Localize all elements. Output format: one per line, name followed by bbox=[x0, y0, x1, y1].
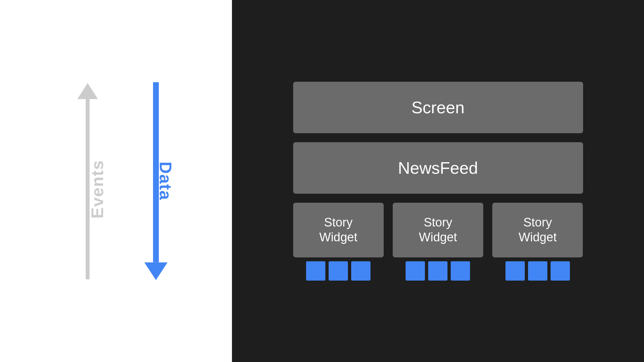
story-widget-column-1: StoryWidget bbox=[293, 203, 384, 281]
story-widget-label-1: StoryWidget bbox=[319, 215, 357, 245]
newsfeed-label: NewsFeed bbox=[398, 158, 478, 178]
story-widget-box-1: StoryWidget bbox=[293, 203, 384, 257]
story-widget-subitems-2 bbox=[393, 261, 483, 281]
screen-label: Screen bbox=[411, 98, 465, 117]
story-widget-subitems-1 bbox=[293, 261, 384, 281]
events-arrow-head bbox=[77, 83, 98, 99]
story-widget-box-2: StoryWidget bbox=[393, 203, 483, 257]
events-label: Events bbox=[88, 160, 107, 218]
story-widget-column-3: StoryWidget bbox=[492, 203, 583, 281]
story-widget-label-3: StoryWidget bbox=[519, 215, 557, 245]
arrows-container: Events Data bbox=[52, 69, 180, 294]
story-subitem-2-2 bbox=[428, 261, 447, 281]
story-subitem-3-3 bbox=[551, 261, 570, 281]
story-widget-box-3: StoryWidget bbox=[492, 203, 583, 257]
story-subitem-2-3 bbox=[451, 261, 470, 281]
story-subitem-1-2 bbox=[329, 261, 348, 281]
data-arrow-head bbox=[144, 262, 168, 280]
left-panel: Events Data bbox=[0, 0, 232, 362]
story-widget-column-2: StoryWidget bbox=[393, 203, 483, 281]
data-arrow: Data bbox=[144, 82, 168, 280]
data-arrow-line: Data bbox=[153, 82, 159, 262]
story-widgets-row: StoryWidget StoryWidget StoryWidget bbox=[293, 203, 583, 281]
story-subitem-2-1 bbox=[406, 261, 425, 281]
story-subitem-3-2 bbox=[528, 261, 547, 281]
events-arrow-line: Events bbox=[86, 99, 90, 279]
story-widget-subitems-3 bbox=[492, 261, 583, 281]
newsfeed-box: NewsFeed bbox=[293, 142, 583, 194]
data-label: Data bbox=[156, 162, 176, 200]
right-panel: Screen NewsFeed StoryWidget StoryWidget bbox=[232, 0, 644, 362]
story-subitem-1-3 bbox=[351, 261, 370, 281]
story-subitem-1-1 bbox=[306, 261, 325, 281]
story-widget-label-2: StoryWidget bbox=[419, 215, 457, 245]
screen-box: Screen bbox=[293, 82, 583, 133]
story-subitem-3-1 bbox=[505, 261, 525, 281]
events-arrow: Events bbox=[77, 83, 98, 279]
